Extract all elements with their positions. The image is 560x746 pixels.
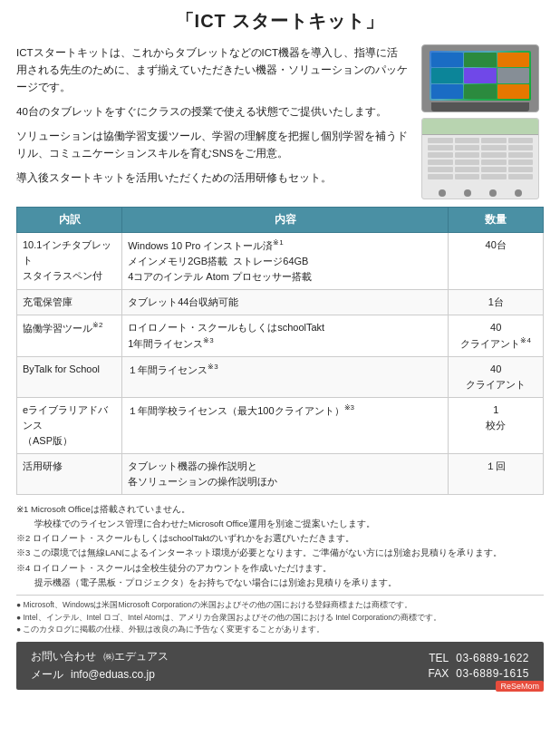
table-row: 協働学習ツール※2 ロイロノート・スクールもしくはschoolTakt1年間ライ… [17, 315, 544, 356]
intro-para-3: ソリューションは協働学習支援ツール、学習の理解度を把握し個別学習を補うドリル、コ… [16, 128, 408, 162]
table-cell-content-4: １年間学校ライセンス（最大100クライアント）※3 [122, 397, 449, 453]
intro-para-2: 40台のタブレットをすぐにクラスの授業で使える状態でご提供いたします。 [16, 103, 408, 121]
footer-right: TEL 03-6889-1622 FAX 03-6889-1615 [421, 652, 529, 680]
table-cell-item-5: 活用研修 [17, 453, 122, 494]
table-cell-qty-2: 40クライアント※4 [449, 315, 544, 356]
note-2: ※2 ロイロノート・スクールもしくはschoolTaktのいずれかをお選びいただ… [16, 531, 544, 545]
tel-label: TEL [421, 652, 449, 664]
table-cell-content-0: Windows 10 Pro インストール済※1メインメモリ2GB搭載 ストレー… [122, 233, 449, 290]
table-header-content: 内容 [122, 208, 449, 233]
intro-images [417, 44, 544, 199]
fax-label: FAX [421, 667, 449, 680]
footer-contact: お問い合わせ ㈱エデュアス メール info@eduas.co.jp TEL 0… [16, 642, 544, 690]
table-cell-content-5: タブレット機器の操作説明と各ソリューションの操作説明ほか [122, 453, 449, 494]
notes-section: ※1 Microsoft Officeは搭載されていません。 学校様でのライセン… [16, 502, 544, 589]
table-header-qty: 数量 [449, 208, 544, 233]
table-cell-item-3: ByTalk for School [17, 356, 122, 397]
resemom-badge: ReSeMom [496, 681, 544, 692]
intro-section: ICTスタートキットは、これからタブレットなどのICT機器を導入し、指導に活用さ… [16, 44, 544, 199]
company-name: ㈱エデュアス [103, 649, 169, 664]
tel-number: 03-6889-1622 [456, 652, 529, 664]
table-row: ByTalk for School １年間ライセンス※3 40クライアント [17, 356, 544, 397]
legal-section: ● Microsoft、Windowsは米国Microsoft Corporat… [16, 595, 544, 636]
table-cell-qty-5: １回 [449, 453, 544, 494]
table-row: 充電保管庫 タブレット44台収納可能 1台 [17, 289, 544, 315]
table-cell-content-1: タブレット44台収納可能 [122, 289, 449, 315]
table-cell-item-0: 10.1インチタブレットスタイラスペン付 [17, 233, 122, 290]
fax-line: FAX 03-6889-1615 [421, 667, 529, 680]
intro-text: ICTスタートキットは、これからタブレットなどのICT機器を導入し、指導に活用さ… [16, 44, 408, 199]
content-table: 内訳 内容 数量 10.1インチタブレットスタイラスペン付 Windows 10… [16, 207, 544, 495]
table-cell-qty-3: 40クライアント [449, 356, 544, 397]
note-3: ※3 この環境では無線LANによるインターネット環境が必要となります。ご準備がな… [16, 546, 544, 559]
intro-para-1: ICTスタートキットは、これからタブレットなどのICT機器を導入し、指導に活用さ… [16, 44, 408, 96]
table-header-item: 内訳 [17, 208, 122, 233]
table-row: 活用研修 タブレット機器の操作説明と各ソリューションの操作説明ほか １回 [17, 453, 544, 494]
page-title: 「ICT スタートキット」 [16, 9, 544, 34]
footer-left: お問い合わせ ㈱エデュアス メール info@eduas.co.jp [31, 649, 169, 683]
table-cell-qty-4: 1校分 [449, 397, 544, 453]
tablet-screen [430, 51, 531, 101]
note-4: ※4 ロイロノート・スクールは全校生徒分のアカウントを作成いただけます。 [16, 561, 544, 575]
note-1b: 学校様でのライセンス管理に合わせたMicrosoft Office運用を別途ご提… [16, 517, 544, 530]
legal-1: ● Microsoft、Windowsは米国Microsoft Corporat… [16, 599, 544, 612]
table-cell-item-4: eライブラリアドバンス（ASP版） [17, 397, 122, 453]
contact-label: お問い合わせ [31, 649, 96, 664]
table-cell-content-2: ロイロノート・スクールもしくはschoolTakt1年間ライセンス※3 [122, 315, 449, 356]
legal-2: ● Intel、インテル、Intel ロゴ、Intel Atomは、アメリカ合衆… [16, 612, 544, 625]
intro-para-4: 導入後スタートキットを活用いただくための活用研修もセット。 [16, 170, 408, 187]
table-cell-item-2: 協働学習ツール※2 [17, 315, 122, 356]
table-row: 10.1インチタブレットスタイラスペン付 Windows 10 Pro インスト… [17, 233, 544, 290]
tel-line: TEL 03-6889-1622 [421, 652, 529, 664]
table-cell-qty-0: 40台 [449, 233, 544, 290]
footer-wrapper: お問い合わせ ㈱エデュアス メール info@eduas.co.jp TEL 0… [16, 642, 544, 690]
cabinet-image [421, 118, 539, 199]
table-cell-qty-1: 1台 [449, 289, 544, 315]
email-address: info@eduas.co.jp [71, 668, 155, 681]
mail-label: メール [31, 667, 63, 683]
table-cell-item-1: 充電保管庫 [17, 289, 122, 315]
table-row: eライブラリアドバンス（ASP版） １年間学校ライセンス（最大100クライアント… [17, 397, 544, 453]
legal-3: ● このカタログに掲載の仕様、外観は改良の為に予告なく変更することがあります。 [16, 624, 544, 636]
table-cell-content-3: １年間ライセンス※3 [122, 356, 449, 397]
note-4b: 提示機器（電子黒板・プロジェクタ）をお持ちでない場合には別途お見積りを承ります。 [16, 576, 544, 589]
note-1: ※1 Microsoft Officeは搭載されていません。 [16, 502, 544, 516]
tablet-image [421, 44, 539, 112]
fax-number: 03-6889-1615 [456, 667, 529, 680]
